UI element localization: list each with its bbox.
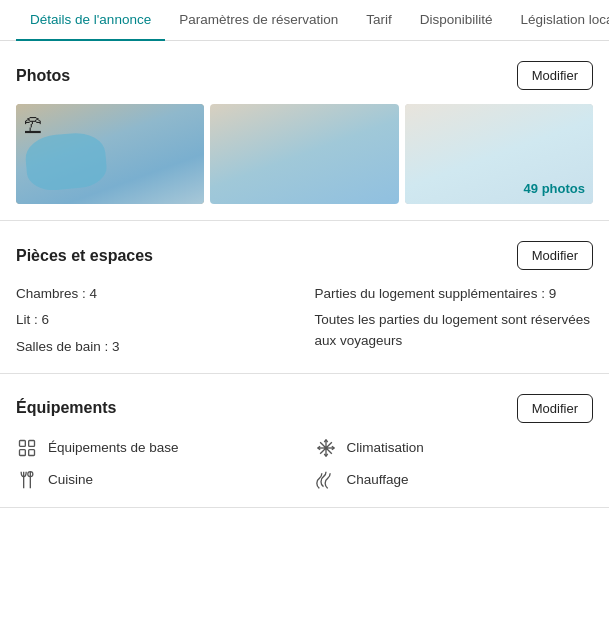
tab-disponibilite[interactable]: Disponibilité	[406, 0, 507, 41]
pieces-section: Pièces et espaces Modifier Chambres : 4 …	[0, 221, 609, 374]
pieces-parties: Parties du logement supplémentaires : 9	[315, 284, 594, 304]
equipements-grid: Équipements de base Climatisation	[16, 437, 593, 491]
nav-tabs: Détails de l'annonce Paramètres de réser…	[0, 0, 609, 41]
pieces-modifier-button[interactable]: Modifier	[517, 241, 593, 270]
tab-details[interactable]: Détails de l'annonce	[16, 0, 165, 41]
pieces-sdb: Salles de bain : 3	[16, 337, 295, 357]
kitchen-icon	[16, 469, 38, 491]
pieces-title: Pièces et espaces	[16, 247, 153, 265]
pieces-left: Chambres : 4 Lit : 6 Salles de bain : 3	[16, 284, 295, 357]
equip-cuisine-label: Cuisine	[48, 472, 93, 487]
equip-base: Équipements de base	[16, 437, 295, 459]
tab-tarif[interactable]: Tarif	[352, 0, 406, 41]
heat-icon	[315, 469, 337, 491]
pieces-header: Pièces et espaces Modifier	[16, 241, 593, 270]
pieces-right: Parties du logement supplémentaires : 9 …	[315, 284, 594, 357]
svg-rect-0	[20, 440, 26, 446]
equipements-title: Équipements	[16, 399, 116, 417]
photo-3: 49 photos	[405, 104, 593, 204]
snow-icon	[315, 437, 337, 459]
photos-header: Photos Modifier	[16, 61, 593, 90]
pieces-toutes: Toutes les parties du logement sont rése…	[315, 310, 594, 351]
equip-clim: Climatisation	[315, 437, 594, 459]
pieces-chambres: Chambres : 4	[16, 284, 295, 304]
equipements-modifier-button[interactable]: Modifier	[517, 394, 593, 423]
svg-rect-2	[20, 449, 26, 455]
tab-reservation[interactable]: Paramètres de réservation	[165, 0, 352, 41]
equip-chauffage-label: Chauffage	[347, 472, 409, 487]
equip-clim-label: Climatisation	[347, 440, 424, 455]
photo-2	[210, 104, 398, 204]
pieces-lit: Lit : 6	[16, 310, 295, 330]
photo-1: ⛱	[16, 104, 204, 204]
equip-base-label: Équipements de base	[48, 440, 179, 455]
equipements-section: Équipements Modifier Équipements de base	[0, 374, 609, 508]
equipements-header: Équipements Modifier	[16, 394, 593, 423]
svg-point-8	[324, 446, 327, 449]
photos-grid: ⛱ 49 photos	[16, 104, 593, 204]
equip-cuisine: Cuisine	[16, 469, 295, 491]
pieces-grid: Chambres : 4 Lit : 6 Salles de bain : 3 …	[16, 284, 593, 357]
svg-rect-3	[29, 449, 35, 455]
photo-count: 49 photos	[524, 181, 585, 196]
tab-legislation[interactable]: Législation locale	[507, 0, 609, 41]
equip-chauffage: Chauffage	[315, 469, 594, 491]
svg-rect-1	[29, 440, 35, 446]
photos-modifier-button[interactable]: Modifier	[517, 61, 593, 90]
photos-title: Photos	[16, 67, 70, 85]
photos-section: Photos Modifier ⛱ 49 photos	[0, 41, 609, 221]
base-icon	[16, 437, 38, 459]
